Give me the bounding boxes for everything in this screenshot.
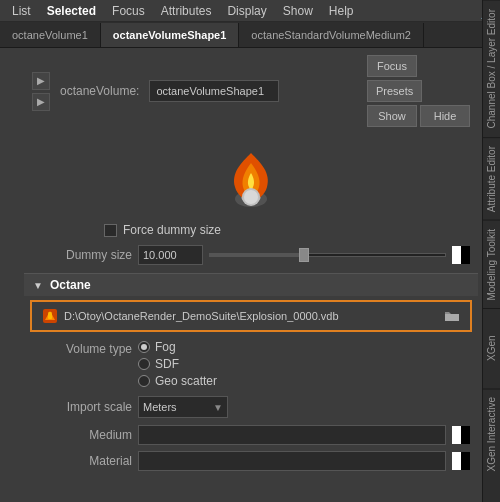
- show-hide-row: Show Hide: [367, 105, 470, 127]
- force-dummy-label: Force dummy size: [123, 223, 221, 237]
- presets-row: Presets: [367, 80, 470, 102]
- scroll-area[interactable]: ▶ ▶ octaneVolume: Focus Presets Show: [0, 49, 482, 502]
- sidebar-xgen-interactive[interactable]: XGen Interactive: [483, 388, 500, 479]
- menu-display[interactable]: Display: [219, 0, 274, 21]
- svg-rect-6: [48, 312, 52, 319]
- top-section: ▶ ▶ octaneVolume: Focus Presets Show: [24, 49, 478, 133]
- dummy-size-label: Dummy size: [32, 248, 132, 262]
- volume-type-row: Volume type Fog SDF Geo scatter: [24, 336, 478, 392]
- sidebar-channel-box[interactable]: Channel Box / Layer Editor: [483, 0, 500, 137]
- menu-focus[interactable]: Focus: [104, 0, 153, 21]
- right-buttons: Focus Presets Show Hide: [367, 55, 470, 127]
- flame-icon: [221, 143, 281, 213]
- menu-bar: List Selected Focus Attributes Display S…: [0, 0, 500, 22]
- right-sidebar: Channel Box / Layer Editor Attribute Edi…: [482, 0, 500, 502]
- menu-show[interactable]: Show: [275, 0, 321, 21]
- octane-section-header: ▼ Octane: [24, 273, 478, 296]
- hide-button[interactable]: Hide: [420, 105, 470, 127]
- volume-type-label: Volume type: [32, 340, 132, 356]
- radio-geo-scatter[interactable]: [138, 375, 150, 387]
- material-row: Material: [24, 448, 478, 474]
- tab-octane-volume1[interactable]: octaneVolume1: [0, 23, 101, 47]
- force-dummy-checkbox[interactable]: [104, 224, 117, 237]
- sidebar-modeling-toolkit[interactable]: Modeling Toolkit: [483, 220, 500, 309]
- arrow-down-icon[interactable]: ▶: [32, 93, 50, 111]
- octane-volume-input[interactable]: [149, 80, 279, 102]
- slider-fill: [210, 254, 304, 256]
- sidebar-attribute-editor[interactable]: Attribute Editor: [483, 137, 500, 220]
- import-scale-value: Meters: [143, 401, 177, 413]
- checker-icon[interactable]: [452, 246, 470, 264]
- octane-volume-label: octaneVolume:: [60, 84, 139, 98]
- sidebar-xgen[interactable]: XGen: [483, 308, 500, 388]
- vdb-icon: [40, 306, 60, 326]
- presets-button[interactable]: Presets: [367, 80, 422, 102]
- flame-area: [24, 133, 478, 219]
- material-input[interactable]: [138, 451, 446, 471]
- dropdown-arrow-icon: ▼: [213, 402, 223, 413]
- radio-geo-scatter-label: Geo scatter: [155, 374, 217, 388]
- medium-input[interactable]: [138, 425, 446, 445]
- radio-fog-row: Fog: [138, 340, 217, 354]
- vdb-path-input[interactable]: [64, 310, 438, 322]
- focus-button[interactable]: Focus: [367, 55, 417, 77]
- medium-label: Medium: [32, 428, 132, 442]
- radio-geo-scatter-row: Geo scatter: [138, 374, 217, 388]
- menu-attributes[interactable]: Attributes: [153, 0, 220, 21]
- dummy-size-slider[interactable]: [209, 245, 446, 265]
- folder-icon[interactable]: [442, 306, 462, 326]
- import-scale-dropdown[interactable]: Meters ▼: [138, 396, 228, 418]
- dummy-size-row: Dummy size: [24, 241, 478, 269]
- material-label: Material: [32, 454, 132, 468]
- main-content: ▶ ▶ octaneVolume: Focus Presets Show: [0, 49, 482, 502]
- tab-bar: octaneVolume1 octaneVolumeShape1 octaneS…: [0, 22, 500, 48]
- radio-fog[interactable]: [138, 341, 150, 353]
- slider-track: [209, 253, 446, 257]
- arrow-up-icon[interactable]: ▶: [32, 72, 50, 90]
- force-dummy-size-row: Force dummy size: [24, 219, 478, 241]
- menu-list[interactable]: List: [4, 0, 39, 21]
- octane-section-title: Octane: [50, 278, 91, 292]
- menu-selected[interactable]: Selected: [39, 0, 104, 21]
- tab-octane-volume-shape1[interactable]: octaneVolumeShape1: [101, 23, 240, 47]
- section-arrow-icon[interactable]: ▼: [32, 279, 44, 291]
- import-scale-row: Import scale Meters ▼: [24, 392, 478, 422]
- material-checker-icon[interactable]: [452, 452, 470, 470]
- medium-checker-icon[interactable]: [452, 426, 470, 444]
- show-button[interactable]: Show: [367, 105, 417, 127]
- menu-help[interactable]: Help: [321, 0, 362, 21]
- input-area: octaneVolume:: [60, 80, 361, 102]
- radio-fog-label: Fog: [155, 340, 176, 354]
- medium-row: Medium: [24, 422, 478, 448]
- import-scale-label: Import scale: [32, 400, 132, 414]
- vdb-file-row: [30, 300, 472, 332]
- focus-presets-row: Focus: [367, 55, 470, 77]
- dummy-size-input[interactable]: [138, 245, 203, 265]
- content-inner: ▶ ▶ octaneVolume: Focus Presets Show: [0, 49, 482, 474]
- radio-sdf-label: SDF: [155, 357, 179, 371]
- volume-type-radio-group: Fog SDF Geo scatter: [138, 340, 217, 388]
- svg-point-3: [244, 190, 258, 204]
- tab-octane-standard-volume-medium2[interactable]: octaneStandardVolumeMedium2: [239, 23, 424, 47]
- slider-thumb[interactable]: [299, 248, 309, 262]
- radio-sdf-row: SDF: [138, 357, 217, 371]
- radio-sdf[interactable]: [138, 358, 150, 370]
